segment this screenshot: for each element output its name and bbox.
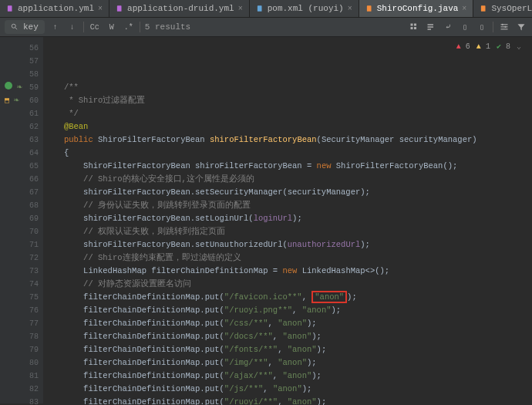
tab-label: ShiroConfig.java bbox=[377, 4, 459, 13]
select-all-button[interactable] bbox=[408, 21, 420, 33]
code-line-69: // Shiro连接约束配置，即过滤链的定义 bbox=[49, 251, 532, 265]
code-area[interactable]: ▲ 6 ▲ 1 ✔ 8 ⌄ /** * Shiro过滤器配置 */ @Bean … bbox=[43, 37, 532, 403]
tab-application-yml[interactable]: application.yml× bbox=[0, 0, 109, 17]
java-file-icon bbox=[480, 5, 487, 12]
next-match-button[interactable]: ↓ bbox=[66, 21, 79, 33]
search-field[interactable]: key bbox=[5, 20, 45, 34]
svg-rect-13 bbox=[428, 26, 434, 28]
ok-icon: ✔ bbox=[497, 42, 501, 51]
code-line-62: ShiroFilterFactoryBean shiroFilterFactor… bbox=[49, 160, 532, 173]
svg-rect-14 bbox=[428, 29, 432, 30]
close-icon[interactable]: × bbox=[238, 5, 243, 13]
code-line-71: // 对静态资源设置匿名访问 bbox=[49, 278, 532, 291]
svg-rect-2 bbox=[258, 5, 262, 12]
settings-icon[interactable] bbox=[498, 21, 510, 33]
svg-rect-17 bbox=[501, 29, 508, 29]
close-icon[interactable]: × bbox=[98, 5, 103, 13]
svg-point-6 bbox=[12, 24, 15, 28]
svg-rect-8 bbox=[411, 24, 413, 26]
close-icon[interactable]: × bbox=[462, 5, 466, 13]
code-line-67: // 权限认证失败，则跳转到指定页面 bbox=[49, 225, 532, 238]
code-line-73: filterChainDefinitionMap.put("/ruoyi.png… bbox=[49, 304, 532, 317]
tab-sysoperlog-java[interactable]: SysOperLog.java× bbox=[473, 0, 532, 17]
bean-gutter-icon[interactable] bbox=[5, 82, 12, 89]
svg-rect-16 bbox=[501, 26, 508, 27]
tab-label: application-druid.yml bbox=[127, 4, 234, 13]
svg-rect-9 bbox=[411, 27, 413, 29]
code-line-74: filterChainDefinitionMap.put("/css/**", … bbox=[49, 317, 532, 330]
spring-leaf-icon[interactable]: ❧ bbox=[17, 82, 22, 93]
add-selection-button[interactable] bbox=[425, 21, 437, 33]
code-line-75: filterChainDefinitionMap.put("/docs/**",… bbox=[49, 330, 532, 343]
code-line-72: filterChainDefinitionMap.put("/favicon.i… bbox=[49, 291, 532, 304]
svg-rect-0 bbox=[8, 5, 12, 12]
error-icon: ▲ bbox=[456, 42, 461, 51]
regex-toggle[interactable]: .* bbox=[123, 21, 135, 33]
code-line-56: /** bbox=[49, 81, 532, 94]
tab-label: SysOperLog.java bbox=[491, 4, 532, 13]
svg-rect-3 bbox=[367, 5, 372, 12]
code-line-63: // Shiro的核心安全接口,这个属性是必须的 bbox=[49, 173, 532, 186]
warning-icon: ▲ bbox=[476, 42, 481, 51]
tab-shiroconfig-java[interactable]: ShiroConfig.java× bbox=[359, 0, 474, 17]
inspection-status[interactable]: ▲ 6 ▲ 1 ✔ 8 ⌄ bbox=[456, 40, 521, 53]
code-line-64: shiroFilterFactoryBean.setSecurityManage… bbox=[49, 186, 532, 199]
code-line-61: { bbox=[49, 147, 532, 160]
code-line-70: LinkedHashMap filterChainDefinitionMap =… bbox=[49, 265, 532, 278]
close-icon[interactable]: × bbox=[348, 5, 352, 13]
tab-pom-xml-ruoyi-[interactable]: pom.xml (ruoyi)× bbox=[250, 0, 359, 17]
code-line-58: */ bbox=[49, 107, 532, 120]
new-line-button[interactable]: ⤶ bbox=[442, 21, 454, 33]
code-line-79: filterChainDefinitionMap.put("/js/**", "… bbox=[49, 383, 532, 396]
xml-file-icon bbox=[256, 5, 264, 12]
code-line-60: public ShiroFilterFactoryBean shiroFilte… bbox=[49, 133, 532, 147]
yml-file-icon bbox=[6, 5, 14, 12]
svg-rect-4 bbox=[481, 5, 486, 12]
tab-application-druid-yml[interactable]: application-druid.yml× bbox=[109, 0, 250, 17]
line-gutter: 565758 ❧59⬒ ❧606162636465666768697071727… bbox=[0, 37, 43, 403]
find-toolbar: key ↑ ↓ Cc W .* 5 results ⤶ ▯ ▯ bbox=[0, 18, 532, 37]
svg-marker-20 bbox=[518, 24, 525, 30]
chevron-down-icon[interactable]: ⌄ bbox=[517, 40, 521, 53]
code-line-76: filterChainDefinitionMap.put("/fonts/**"… bbox=[49, 343, 532, 356]
svg-rect-12 bbox=[428, 24, 434, 25]
code-editor[interactable]: 565758 ❧59⬒ ❧606162636465666768697071727… bbox=[0, 37, 532, 403]
impl-gutter-icon[interactable]: ⬒ bbox=[5, 96, 9, 105]
svg-point-18 bbox=[502, 24, 503, 25]
toggle-1-button[interactable]: ▯ bbox=[459, 21, 471, 33]
code-line-66: shiroFilterFactoryBean.setLoginUrl(login… bbox=[49, 212, 532, 225]
svg-rect-11 bbox=[414, 27, 416, 29]
filter-icon[interactable] bbox=[515, 21, 527, 33]
results-count: 5 results bbox=[145, 22, 190, 32]
search-text: key bbox=[23, 22, 39, 32]
whole-word-toggle[interactable]: W bbox=[106, 21, 118, 33]
yml-file-icon bbox=[116, 5, 123, 12]
code-line-77: filterChainDefinitionMap.put("/img/**", … bbox=[49, 356, 532, 370]
tab-label: pom.xml (ruoyi) bbox=[268, 4, 344, 13]
toggle-2-button[interactable]: ▯ bbox=[476, 21, 488, 33]
code-line-59: @Bean bbox=[49, 120, 532, 133]
search-icon bbox=[11, 23, 19, 31]
code-line-78: filterChainDefinitionMap.put("/ajax/**",… bbox=[49, 370, 532, 383]
code-line-57: * Shiro过滤器配置 bbox=[49, 94, 532, 107]
code-line-68: shiroFilterFactoryBean.setUnauthorizedUr… bbox=[49, 238, 532, 251]
spring-leaf-icon[interactable]: ❧ bbox=[14, 95, 19, 106]
java-file-icon bbox=[365, 5, 373, 12]
svg-rect-10 bbox=[414, 24, 416, 26]
svg-point-19 bbox=[504, 26, 506, 28]
editor-tabs: application.yml×application-druid.yml×po… bbox=[0, 0, 532, 18]
code-line-80: filterChainDefinitionMap.put("/ruoyi/**"… bbox=[49, 396, 532, 405]
match-case-toggle[interactable]: Cc bbox=[89, 21, 101, 33]
svg-line-7 bbox=[15, 28, 18, 30]
prev-match-button[interactable]: ↑ bbox=[49, 21, 62, 33]
svg-rect-1 bbox=[117, 5, 122, 12]
tab-label: application.yml bbox=[18, 4, 94, 13]
code-line-65: // 身份认证失败，则跳转到登录页面的配置 bbox=[49, 199, 532, 212]
